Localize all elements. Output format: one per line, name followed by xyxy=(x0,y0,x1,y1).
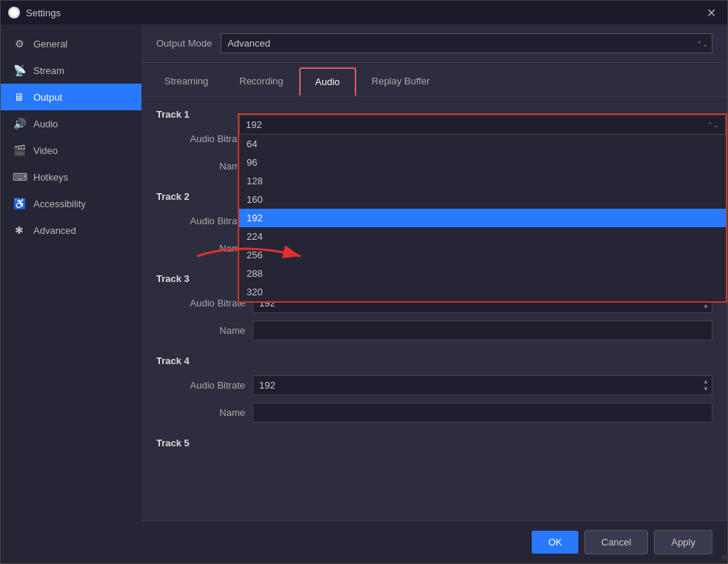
sidebar: ⚙ General 📡 Stream 🖥 Output 🔊 Audio 🎬 Vi… xyxy=(1,24,141,563)
track-2-name-label: Name xyxy=(156,243,245,254)
sidebar-label-output: Output xyxy=(33,92,62,103)
sidebar-label-audio: Audio xyxy=(33,118,58,130)
apply-button[interactable]: Apply xyxy=(654,530,712,554)
dropdown-option-256[interactable]: 256 xyxy=(239,246,726,264)
sidebar-label-video: Video xyxy=(33,145,58,156)
sidebar-label-stream: Stream xyxy=(33,65,64,76)
output-mode-select-wrapper: Advanced Simple xyxy=(221,33,712,53)
output-mode-label: Output Mode xyxy=(156,38,212,49)
hotkeys-icon: ⌨ xyxy=(13,171,26,183)
track-4-section: Track 4 Audio Bitrate ▲ ▼ Name xyxy=(156,355,712,423)
track-5-title: Track 5 xyxy=(156,437,712,449)
close-button[interactable]: ✕ xyxy=(702,4,720,21)
track-3-bitrate-down[interactable]: ▼ xyxy=(701,303,711,311)
track-3-name-label: Name xyxy=(156,325,245,336)
sidebar-item-stream[interactable]: 📡 Stream xyxy=(1,57,141,84)
video-icon: 🎬 xyxy=(13,144,26,156)
track-3-name-input[interactable] xyxy=(253,320,712,340)
main-panel: Output Mode Advanced Simple Streaming Re… xyxy=(141,24,727,563)
sidebar-item-audio[interactable]: 🔊 Audio xyxy=(1,110,141,137)
track-4-bitrate-input[interactable] xyxy=(253,375,712,395)
track-1-name-label: Name xyxy=(156,161,245,172)
cancel-button[interactable]: Cancel xyxy=(584,530,648,554)
tab-streaming[interactable]: Streaming xyxy=(149,67,224,96)
dropdown-option-192[interactable]: 192 xyxy=(239,209,726,227)
track-3-bitrate-label: Audio Bitrate xyxy=(156,298,245,309)
bottom-bar: OK Cancel Apply xyxy=(141,520,727,563)
track-2-bitrate-label: Audio Bitrate xyxy=(156,215,245,226)
dropdown-list: 64 96 128 160 192 224 256 288 320 xyxy=(239,135,726,301)
gear-icon: ⚙ xyxy=(13,38,26,50)
dropdown-option-128[interactable]: 128 xyxy=(239,172,726,190)
track-4-name-row: Name xyxy=(156,403,712,423)
tab-replay-buffer[interactable]: Replay Buffer xyxy=(356,67,446,96)
track-3-name-row: Name xyxy=(156,320,712,340)
track-4-bitrate-label: Audio Bitrate xyxy=(156,380,245,391)
app-icon xyxy=(8,7,20,19)
tabs-bar: Streaming Recording Audio Replay Buffer xyxy=(141,63,727,97)
track-4-title: Track 4 xyxy=(156,355,712,366)
track-4-bitrate-up[interactable]: ▲ xyxy=(701,378,711,386)
advanced-icon: ✱ xyxy=(13,224,26,236)
dropdown-option-320[interactable]: 320 xyxy=(239,283,726,301)
track-4-bitrate-wrapper: ▲ ▼ xyxy=(253,375,712,395)
track-4-bitrate-arrows: ▲ ▼ xyxy=(701,378,711,393)
tab-recording[interactable]: Recording xyxy=(224,67,298,96)
dropdown-option-96[interactable]: 96 xyxy=(239,153,726,172)
sidebar-item-accessibility[interactable]: ♿ Accessibility xyxy=(1,190,141,217)
sidebar-item-advanced[interactable]: ✱ Advanced xyxy=(1,217,141,244)
tab-audio[interactable]: Audio xyxy=(299,67,356,96)
sidebar-label-accessibility: Accessibility xyxy=(33,198,86,209)
dropdown-current-value: 192 xyxy=(246,119,262,130)
dropdown-option-288[interactable]: 288 xyxy=(239,264,726,283)
dropdown-popup: 192 ⌃⌄ 64 96 128 160 192 224 256 288 320 xyxy=(238,113,727,303)
dropdown-option-160[interactable]: 160 xyxy=(239,190,726,209)
ok-button[interactable]: OK xyxy=(532,531,578,554)
output-mode-select[interactable]: Advanced Simple xyxy=(221,33,712,53)
dropdown-header: 192 ⌃⌄ xyxy=(239,115,726,135)
dropdown-option-64[interactable]: 64 xyxy=(239,135,726,153)
track-4-name-input[interactable] xyxy=(253,403,712,423)
stream-icon: 📡 xyxy=(13,64,26,76)
window-title: Settings xyxy=(26,7,696,19)
settings-window: Settings ✕ ⚙ General 📡 Stream 🖥 Output 🔊… xyxy=(0,0,728,564)
sidebar-item-general[interactable]: ⚙ General xyxy=(1,30,141,57)
sidebar-item-output[interactable]: 🖥 Output xyxy=(1,84,141,110)
track-4-bitrate-down[interactable]: ▼ xyxy=(701,386,711,393)
dropdown-option-224[interactable]: 224 xyxy=(239,227,726,246)
output-mode-bar: Output Mode Advanced Simple xyxy=(141,24,727,63)
track-4-name-label: Name xyxy=(156,407,245,418)
title-bar: Settings ✕ xyxy=(1,1,727,24)
sidebar-item-hotkeys[interactable]: ⌨ Hotkeys xyxy=(1,164,141,190)
resize-handle[interactable]: ⠿ xyxy=(721,554,727,563)
sidebar-label-hotkeys: Hotkeys xyxy=(33,172,68,183)
sidebar-label-advanced: Advanced xyxy=(33,225,76,236)
accessibility-icon: ♿ xyxy=(13,198,26,209)
track-4-bitrate-row: Audio Bitrate ▲ ▼ xyxy=(156,375,712,395)
content-area: Track 1 Audio Bitrate 192 ▲ ▼ Name xyxy=(141,97,727,520)
audio-icon: 🔊 xyxy=(13,118,26,130)
track-5-section: Track 5 xyxy=(156,437,712,449)
output-icon: 🖥 xyxy=(13,91,26,103)
dropdown-arrow-icon: ⌃⌄ xyxy=(707,121,719,129)
sidebar-label-general: General xyxy=(33,38,67,50)
sidebar-item-video[interactable]: 🎬 Video xyxy=(1,137,141,164)
track-1-bitrate-label: Audio Bitrate xyxy=(156,133,245,144)
